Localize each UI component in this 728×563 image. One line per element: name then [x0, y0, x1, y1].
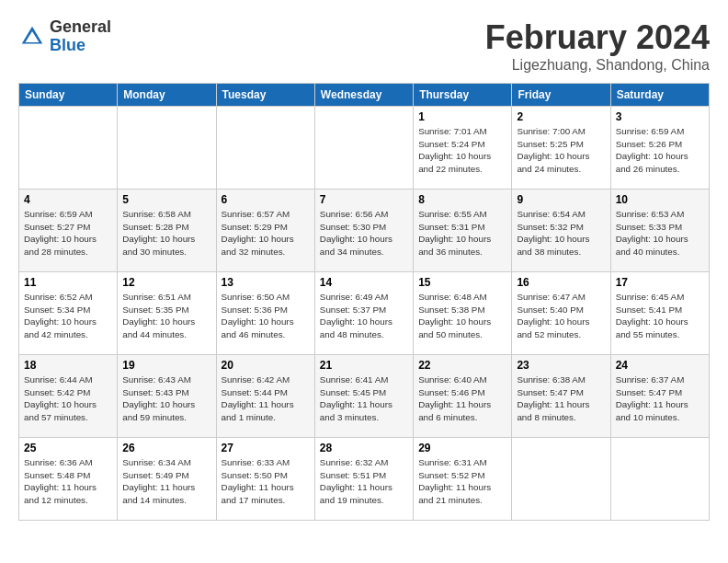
day-info: Sunrise: 6:58 AM Sunset: 5:28 PM Dayligh… [122, 208, 210, 259]
calendar-cell: 2Sunrise: 7:00 AM Sunset: 5:25 PM Daylig… [512, 107, 610, 190]
day-info: Sunrise: 6:53 AM Sunset: 5:33 PM Dayligh… [616, 208, 704, 259]
weekday-header: Thursday [414, 84, 512, 107]
page-header: General Blue February 2024 Ligezhuang, S… [18, 18, 710, 74]
location-title: Ligezhuang, Shandong, China [485, 57, 710, 74]
calendar-cell [19, 107, 118, 190]
calendar-cell: 6Sunrise: 6:57 AM Sunset: 5:29 PM Daylig… [216, 190, 314, 272]
day-number: 8 [418, 193, 506, 206]
calendar-week-row: 25Sunrise: 6:36 AM Sunset: 5:48 PM Dayli… [19, 438, 710, 521]
day-number: 6 [222, 193, 310, 206]
calendar-cell: 22Sunrise: 6:40 AM Sunset: 5:46 PM Dayli… [414, 355, 512, 438]
day-info: Sunrise: 6:38 AM Sunset: 5:47 PM Dayligh… [517, 373, 605, 424]
day-info: Sunrise: 7:01 AM Sunset: 5:24 PM Dayligh… [418, 125, 506, 176]
calendar-cell: 19Sunrise: 6:43 AM Sunset: 5:43 PM Dayli… [118, 355, 216, 438]
logo-icon [18, 23, 46, 51]
day-number: 12 [122, 276, 210, 289]
calendar-cell: 15Sunrise: 6:48 AM Sunset: 5:38 PM Dayli… [414, 272, 512, 355]
day-number: 27 [222, 442, 310, 454]
day-info: Sunrise: 6:32 AM Sunset: 5:51 PM Dayligh… [320, 456, 408, 507]
day-info: Sunrise: 6:44 AM Sunset: 5:42 PM Dayligh… [24, 373, 112, 424]
calendar-cell [314, 107, 413, 190]
day-info: Sunrise: 7:00 AM Sunset: 5:25 PM Dayligh… [517, 125, 605, 176]
day-number: 5 [122, 193, 210, 206]
day-number: 4 [24, 193, 112, 206]
day-info: Sunrise: 6:47 AM Sunset: 5:40 PM Dayligh… [517, 291, 605, 341]
day-number: 29 [418, 442, 506, 454]
calendar-cell: 29Sunrise: 6:31 AM Sunset: 5:52 PM Dayli… [414, 438, 512, 521]
day-info: Sunrise: 6:40 AM Sunset: 5:46 PM Dayligh… [418, 373, 506, 424]
weekday-header: Monday [118, 84, 216, 107]
day-info: Sunrise: 6:42 AM Sunset: 5:44 PM Dayligh… [222, 373, 310, 424]
day-number: 25 [24, 442, 112, 454]
day-info: Sunrise: 6:41 AM Sunset: 5:45 PM Dayligh… [320, 373, 408, 424]
calendar-cell: 7Sunrise: 6:56 AM Sunset: 5:30 PM Daylig… [314, 190, 413, 272]
day-number: 2 [517, 110, 605, 123]
calendar-header-row: SundayMondayTuesdayWednesdayThursdayFrid… [19, 84, 710, 107]
day-info: Sunrise: 6:49 AM Sunset: 5:37 PM Dayligh… [320, 291, 408, 341]
calendar-cell: 16Sunrise: 6:47 AM Sunset: 5:40 PM Dayli… [512, 272, 610, 355]
calendar-cell: 24Sunrise: 6:37 AM Sunset: 5:47 PM Dayli… [610, 355, 709, 438]
day-number: 23 [517, 359, 605, 372]
calendar-cell [512, 438, 610, 521]
calendar-cell: 23Sunrise: 6:38 AM Sunset: 5:47 PM Dayli… [512, 355, 610, 438]
calendar: SundayMondayTuesdayWednesdayThursdayFrid… [18, 83, 710, 521]
calendar-cell: 27Sunrise: 6:33 AM Sunset: 5:50 PM Dayli… [216, 438, 314, 521]
day-number: 11 [24, 276, 112, 289]
calendar-cell: 26Sunrise: 6:34 AM Sunset: 5:49 PM Dayli… [118, 438, 216, 521]
month-title: February 2024 [485, 18, 710, 57]
calendar-cell: 21Sunrise: 6:41 AM Sunset: 5:45 PM Dayli… [314, 355, 413, 438]
day-number: 1 [418, 110, 506, 123]
calendar-week-row: 18Sunrise: 6:44 AM Sunset: 5:42 PM Dayli… [19, 355, 710, 438]
day-number: 21 [320, 359, 408, 372]
day-info: Sunrise: 6:37 AM Sunset: 5:47 PM Dayligh… [616, 373, 704, 424]
calendar-cell: 9Sunrise: 6:54 AM Sunset: 5:32 PM Daylig… [512, 190, 610, 272]
day-number: 28 [320, 442, 408, 454]
day-info: Sunrise: 6:33 AM Sunset: 5:50 PM Dayligh… [222, 456, 310, 507]
calendar-cell: 8Sunrise: 6:55 AM Sunset: 5:31 PM Daylig… [414, 190, 512, 272]
weekday-header: Tuesday [216, 84, 314, 107]
logo-general: General [50, 18, 111, 37]
day-info: Sunrise: 6:59 AM Sunset: 5:27 PM Dayligh… [24, 208, 112, 259]
day-number: 15 [418, 276, 506, 289]
logo: General Blue [18, 18, 111, 55]
day-info: Sunrise: 6:48 AM Sunset: 5:38 PM Dayligh… [418, 291, 506, 341]
weekday-header: Saturday [610, 84, 709, 107]
calendar-cell: 25Sunrise: 6:36 AM Sunset: 5:48 PM Dayli… [19, 438, 118, 521]
weekday-header: Sunday [19, 84, 118, 107]
calendar-cell [610, 438, 709, 521]
calendar-week-row: 11Sunrise: 6:52 AM Sunset: 5:34 PM Dayli… [19, 272, 710, 355]
weekday-header: Friday [512, 84, 610, 107]
calendar-cell: 14Sunrise: 6:49 AM Sunset: 5:37 PM Dayli… [314, 272, 413, 355]
calendar-cell: 4Sunrise: 6:59 AM Sunset: 5:27 PM Daylig… [19, 190, 118, 272]
calendar-cell: 3Sunrise: 6:59 AM Sunset: 5:26 PM Daylig… [610, 107, 709, 190]
calendar-cell: 17Sunrise: 6:45 AM Sunset: 5:41 PM Dayli… [610, 272, 709, 355]
day-info: Sunrise: 6:36 AM Sunset: 5:48 PM Dayligh… [24, 456, 112, 507]
day-number: 19 [122, 359, 210, 372]
day-number: 10 [616, 193, 704, 206]
day-info: Sunrise: 6:34 AM Sunset: 5:49 PM Dayligh… [122, 456, 210, 507]
weekday-header: Wednesday [314, 84, 413, 107]
calendar-cell: 5Sunrise: 6:58 AM Sunset: 5:28 PM Daylig… [118, 190, 216, 272]
day-number: 17 [616, 276, 704, 289]
day-info: Sunrise: 6:31 AM Sunset: 5:52 PM Dayligh… [418, 456, 506, 507]
day-info: Sunrise: 6:51 AM Sunset: 5:35 PM Dayligh… [122, 291, 210, 341]
day-info: Sunrise: 6:50 AM Sunset: 5:36 PM Dayligh… [222, 291, 310, 341]
day-info: Sunrise: 6:43 AM Sunset: 5:43 PM Dayligh… [122, 373, 210, 424]
calendar-week-row: 4Sunrise: 6:59 AM Sunset: 5:27 PM Daylig… [19, 190, 710, 272]
calendar-cell [118, 107, 216, 190]
day-number: 18 [24, 359, 112, 372]
logo-text: General Blue [50, 18, 111, 55]
calendar-cell: 20Sunrise: 6:42 AM Sunset: 5:44 PM Dayli… [216, 355, 314, 438]
day-number: 16 [517, 276, 605, 289]
calendar-cell: 28Sunrise: 6:32 AM Sunset: 5:51 PM Dayli… [314, 438, 413, 521]
day-number: 20 [222, 359, 310, 372]
logo-blue: Blue [50, 37, 111, 55]
calendar-cell: 13Sunrise: 6:50 AM Sunset: 5:36 PM Dayli… [216, 272, 314, 355]
day-number: 14 [320, 276, 408, 289]
day-info: Sunrise: 6:59 AM Sunset: 5:26 PM Dayligh… [616, 125, 704, 176]
title-section: February 2024 Ligezhuang, Shandong, Chin… [485, 18, 710, 74]
calendar-cell: 11Sunrise: 6:52 AM Sunset: 5:34 PM Dayli… [19, 272, 118, 355]
day-info: Sunrise: 6:57 AM Sunset: 5:29 PM Dayligh… [222, 208, 310, 259]
day-number: 7 [320, 193, 408, 206]
day-number: 26 [122, 442, 210, 454]
